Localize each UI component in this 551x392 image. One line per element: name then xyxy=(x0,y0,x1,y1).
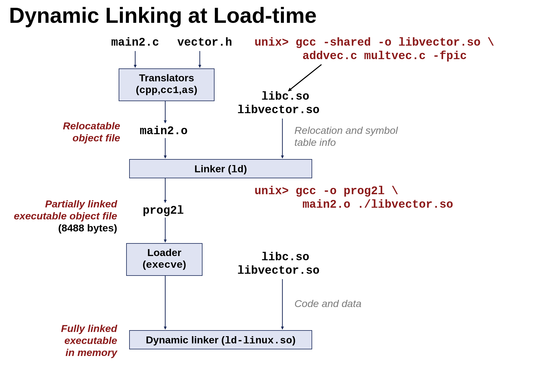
loader-title: Loader xyxy=(127,247,202,258)
annot-fully-1: Fully linked xyxy=(42,323,117,334)
annot-reloc-info-2: table info xyxy=(294,137,336,148)
label-libvector-so-2: libvector.so xyxy=(237,264,320,277)
label-main2-o: main2.o xyxy=(140,125,188,137)
loader-sub: (execve) xyxy=(127,258,202,271)
label-vector-h: vector.h xyxy=(177,36,232,49)
cmd-gcc-link-line1: unix> gcc -o prog2l \ xyxy=(254,185,398,198)
box-linker: Linker (ld) xyxy=(129,159,312,178)
box-loader: Loader (execve) xyxy=(126,243,202,276)
label-prog2l: prog2l xyxy=(143,204,184,217)
annot-partially-2: executable object file xyxy=(12,210,117,222)
cmd-gcc-link-line2: main2.o ./libvector.so xyxy=(254,198,453,211)
label-main2-c: main2.c xyxy=(111,36,159,49)
diagram-stage: Dynamic Linking at Load-time main2.c vec… xyxy=(0,0,551,392)
box-translators-real: Translators (cpp,cc1,as) xyxy=(119,68,215,101)
label-libc-so-1: libc.so xyxy=(261,90,309,103)
annot-reloc-info-1: Relocation and symbol xyxy=(294,125,398,136)
annot-fully-2: executable xyxy=(42,335,117,346)
annot-code-data: Code and data xyxy=(294,298,361,309)
label-libvector-so-1: libvector.so xyxy=(237,104,320,116)
translators-title: Translators xyxy=(119,72,214,84)
cmd-gcc-shared-line1: unix> gcc -shared -o libvector.so \ xyxy=(254,36,494,49)
annot-fully-3: in memory xyxy=(42,347,117,358)
arrow-cmd-shared-libvector xyxy=(288,65,321,91)
annot-relocatable-1: Relocatable xyxy=(48,120,120,132)
box-dynamic-linker: Dynamic linker (ld-linux.so) xyxy=(129,330,312,349)
annot-partially-size: (8488 bytes) xyxy=(12,222,117,234)
translators-sub: (cpp,cc1,as) xyxy=(119,84,214,96)
annot-partially-1: Partially linked xyxy=(12,198,117,210)
annot-relocatable-2: object file xyxy=(48,132,120,144)
cmd-gcc-shared-line2: addvec.c multvec.c -fpic xyxy=(254,50,467,62)
slide-title: Dynamic Linking at Load-time xyxy=(9,3,317,28)
label-libc-so-2: libc.so xyxy=(261,251,309,264)
